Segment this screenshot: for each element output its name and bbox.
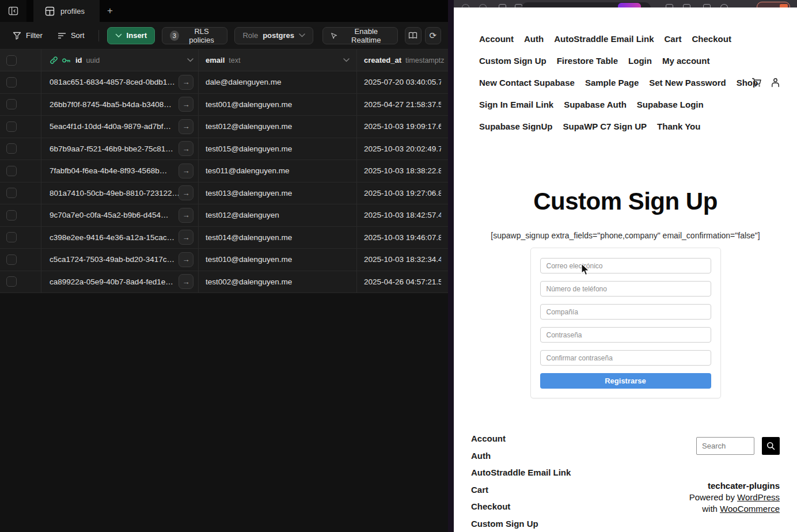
table-row[interactable]: c398e2ee-9416-4e36-a12a-15cac…→ test014@… [0, 227, 448, 249]
cell-created-at[interactable]: 2025-04-26 04:57:21.59 [364, 278, 441, 286]
confirm-password-field[interactable] [540, 350, 711, 366]
row-checkbox[interactable] [6, 166, 17, 176]
nav-link-my-account[interactable]: My account [662, 56, 710, 66]
nav-link-sample-page[interactable]: Sample Page [585, 78, 639, 88]
cell-created-at[interactable]: 2025-10-03 18:38:22.82 [364, 166, 441, 175]
search-input[interactable] [696, 437, 754, 455]
cell-email[interactable]: test002@dalenguyen.me [206, 278, 292, 286]
row-checkbox[interactable] [6, 121, 17, 132]
table-row[interactable]: 26bb7f0f-8745-4ba5-b4da-b3408…→ test001@… [0, 94, 448, 116]
row-checkbox[interactable] [6, 276, 17, 287]
cell-id[interactable]: 26bb7f0f-8745-4ba5-b4da-b3408… [50, 100, 172, 109]
nav-link-supabase-signup[interactable]: Supabase SignUp [479, 121, 553, 131]
footer-link-custom-sign-up[interactable]: Custom Sign Up [471, 519, 571, 529]
cell-created-at[interactable]: 2025-10-03 18:42:57.40 [364, 211, 441, 219]
cell-created-at[interactable]: 2025-10-03 20:02:49.75 [364, 145, 441, 153]
header-created-at-cell[interactable]: created_at timestamptz [357, 50, 448, 71]
row-checkbox[interactable] [6, 99, 17, 109]
sidebar-collapse-button[interactable] [6, 4, 20, 18]
expand-row-button[interactable]: → [179, 97, 193, 112]
browser-update-pill[interactable] [757, 2, 790, 7]
cell-email[interactable]: tes011@dalenguyen.me [206, 166, 290, 175]
header-email-cell[interactable]: email text [199, 50, 357, 71]
new-tab-button[interactable]: + [100, 0, 120, 22]
cell-email[interactable]: test012@dalenguyen.me [206, 122, 292, 131]
nav-link-checkout[interactable]: Checkout [692, 34, 731, 44]
cell-created-at[interactable]: 2025-10-03 18:32:34.41 [364, 255, 441, 264]
sort-button[interactable]: Sort [52, 27, 90, 44]
cell-email[interactable]: test010@dalenguyen.me [206, 255, 292, 264]
cell-created-at[interactable]: 2025-10-03 19:09:17.64 [364, 122, 441, 131]
tab-profiles[interactable]: profiles [33, 0, 100, 22]
refresh-button[interactable]: ⟳ [425, 27, 441, 44]
register-button[interactable]: Registrarse [540, 373, 711, 389]
woocommerce-link[interactable]: WooCommerce [720, 504, 780, 514]
rls-policies-button[interactable]: 3 RLS policies [162, 27, 227, 44]
chevron-down-icon[interactable] [187, 58, 193, 62]
header-id-cell[interactable]: id uuid [41, 50, 199, 71]
cell-email[interactable]: test014@dalenguyen.me [206, 233, 292, 242]
cell-created-at[interactable]: 2025-04-27 21:58:37.54 [364, 100, 441, 109]
nav-link-auth[interactable]: Auth [524, 34, 544, 44]
table-row[interactable]: 5eac4f1d-10dd-4d0a-9879-ad7bf…→ test012@… [0, 116, 448, 138]
cell-email[interactable]: test013@dalenguyen.me [206, 189, 292, 197]
definition-button[interactable] [405, 27, 421, 44]
cell-id[interactable]: 9c70a7e0-c0fa-45a2-b9b6-d454… [50, 211, 168, 219]
row-checkbox[interactable] [6, 210, 17, 221]
nav-link-account[interactable]: Account [479, 34, 514, 44]
filter-button[interactable]: Filter [7, 27, 48, 44]
nav-link-new-contact-supabase[interactable]: New Contact Supabase [479, 78, 575, 88]
cell-email[interactable]: test012@dalenguyen [206, 211, 279, 219]
nav-link-autostraddle-email-link[interactable]: AutoStraddle Email Link [554, 34, 654, 44]
cell-id[interactable]: c398e2ee-9416-4e36-a12a-15cac… [50, 233, 174, 242]
expand-row-button[interactable]: → [179, 208, 193, 223]
nav-link-thank-you[interactable]: Thank You [657, 121, 700, 131]
enable-realtime-button[interactable]: Enable Realtime [322, 27, 398, 44]
nav-link-supabase-auth[interactable]: Supabase Auth [564, 100, 627, 109]
cell-id[interactable]: 7fabfb04-f6ea-4b4e-8f93-4568b… [50, 166, 167, 175]
password-field[interactable] [540, 327, 711, 343]
nav-link-set-new-password[interactable]: Set New Password [649, 78, 726, 88]
cell-id[interactable]: ca89922a-05e9-40b7-8ad4-fed1e… [50, 278, 173, 286]
cell-email[interactable]: dale@dalenguyen.me [206, 78, 282, 86]
cell-id[interactable]: c5ca1724-7503-49ab-bd20-3417c… [50, 255, 174, 264]
footer-link-autostraddle-email-link[interactable]: AutoStraddle Email Link [471, 468, 571, 477]
nav-link-supabase-login[interactable]: Supabase Login [637, 100, 704, 109]
cell-created-at[interactable]: 2025-10-03 19:46:07.88 [364, 233, 441, 242]
search-button[interactable] [762, 437, 780, 455]
table-row[interactable]: 801a7410-50cb-49eb-8810-723122…→ test013… [0, 183, 448, 205]
wordpress-link[interactable]: WordPress [737, 492, 780, 502]
expand-row-button[interactable]: → [179, 230, 193, 245]
cart-icon[interactable] [752, 78, 762, 88]
expand-row-button[interactable]: → [179, 274, 193, 289]
nav-link-custom-sign-up[interactable]: Custom Sign Up [479, 56, 546, 66]
row-checkbox[interactable] [6, 143, 17, 154]
nav-link-cart[interactable]: Cart [665, 34, 682, 44]
row-checkbox[interactable] [6, 77, 17, 88]
table-row[interactable]: 6b7b9aa7-f521-46b9-bbe2-75c81…→ test015@… [0, 138, 448, 161]
cell-id[interactable]: 5eac4f1d-10dd-4d0a-9879-ad7bf… [50, 122, 171, 131]
row-checkbox[interactable] [6, 232, 17, 242]
row-checkbox[interactable] [6, 254, 17, 265]
footer-link-auth[interactable]: Auth [471, 451, 571, 461]
cell-id[interactable]: 081ac651-6834-4857-8ced-0bdb1… [50, 78, 175, 86]
nav-link-supawp-c7-sign-up[interactable]: SupaWP C7 Sign UP [563, 121, 647, 131]
cell-created-at[interactable]: 2025-10-03 19:27:06.83 [364, 189, 441, 197]
nav-link-firestore-table[interactable]: Firestore Table [557, 56, 618, 66]
phone-field[interactable] [540, 281, 711, 297]
expand-row-button[interactable]: → [179, 164, 193, 178]
company-field[interactable] [540, 304, 711, 320]
expand-row-button[interactable]: → [179, 119, 193, 134]
account-icon[interactable] [771, 78, 780, 88]
expand-row-button[interactable]: → [179, 75, 193, 90]
email-field[interactable] [540, 258, 711, 273]
table-row[interactable]: 9c70a7e0-c0fa-45a2-b9b6-d454…→ test012@d… [0, 204, 448, 227]
table-row[interactable]: c5ca1724-7503-49ab-bd20-3417c…→ test010@… [0, 249, 448, 271]
cell-id[interactable]: 801a7410-50cb-49eb-8810-723122… [50, 189, 179, 197]
cell-email[interactable]: test001@dalenguyen.me [206, 100, 292, 109]
expand-row-button[interactable]: → [179, 252, 193, 267]
expand-row-button[interactable]: → [179, 141, 193, 156]
table-row[interactable]: ca89922a-05e9-40b7-8ad4-fed1e…→ test002@… [0, 271, 448, 294]
cell-email[interactable]: test015@dalenguyen.me [206, 145, 292, 153]
footer-link-checkout[interactable]: Checkout [471, 501, 571, 511]
